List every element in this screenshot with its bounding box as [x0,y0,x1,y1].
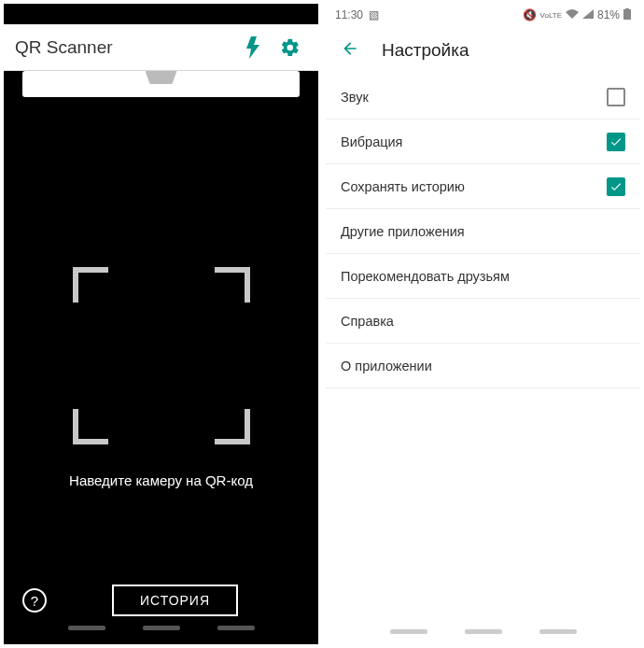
bottom-toolbar: ? ИСТОРИЯ [4,585,318,616]
status-bar [4,4,318,24]
viewfinder-corner [73,267,108,303]
gear-icon[interactable] [273,31,307,64]
info-card[interactable] [22,71,300,97]
help-icon[interactable]: ? [22,588,47,613]
setting-label: Справка [341,314,625,329]
setting-row[interactable]: Звук [326,75,640,120]
mute-icon: 🔇 [523,8,537,21]
app-bar: QR Scanner [4,24,318,71]
nav-recent-icon[interactable] [68,626,105,630]
app-bar: Настройка [326,26,640,75]
setting-row[interactable]: Вибрация [326,120,640,164]
wifi-icon [566,8,579,21]
battery-text: 81% [597,8,620,21]
flash-icon[interactable] [236,31,270,64]
status-icons: 🔇 VoLTE 81% [523,8,631,22]
setting-row[interactable]: Сохранять историю [326,164,640,209]
setting-label: Звук [341,90,607,105]
setting-row[interactable]: Другие приложения [326,209,640,254]
signal-icon [582,8,594,21]
svg-rect-1 [625,8,629,9]
setting-label: Сохранять историю [341,179,607,194]
page-title: Настройка [382,40,469,61]
checkbox[interactable] [607,177,625,196]
qr-viewfinder [73,267,250,444]
setting-label: О приложении [341,359,625,373]
nav-back-icon[interactable] [217,626,255,630]
viewfinder-corner [215,267,250,303]
setting-label: Вибрация [341,134,607,149]
setting-label: Другие приложения [341,224,625,239]
android-navbar [4,626,318,641]
back-arrow-icon[interactable] [341,39,359,62]
status-time: 11:30 [335,8,363,21]
settings-list: ЗвукВибрацияСохранять историюДругие прил… [326,75,640,629]
checkbox[interactable] [607,88,625,106]
viewfinder-corner [73,409,108,444]
setting-row[interactable]: Справка [326,299,640,344]
nav-recent-icon[interactable] [390,629,427,634]
nav-home-icon[interactable] [465,629,502,634]
android-navbar [326,629,640,644]
history-button[interactable]: ИСТОРИЯ [112,585,238,616]
setting-row[interactable]: О приложении [326,344,640,388]
viewfinder-corner [215,409,250,444]
status-bar: 11:30 ▧ 🔇 VoLTE 81% [326,4,640,26]
nav-back-icon[interactable] [539,629,577,634]
svg-rect-2 [624,11,630,19]
app-title: QR Scanner [15,37,232,58]
lte-icon: VoLTE [540,11,562,20]
setting-label: Порекомендовать друзьям [341,269,625,284]
setting-row[interactable]: Порекомендовать друзьям [326,254,640,299]
status-notification-icon: ▧ [369,8,379,21]
hint-text: Наведите камеру на QR-код [4,472,318,488]
qr-scanner-screen: QR Scanner Наведите камеру на QR-код ? И… [4,4,318,644]
checkbox[interactable] [607,133,625,151]
camera-viewport: Наведите камеру на QR-код ? ИСТОРИЯ [4,71,318,644]
nav-home-icon[interactable] [143,626,180,630]
battery-icon [623,8,631,22]
settings-screen: 11:30 ▧ 🔇 VoLTE 81% Настройка ЗвукВибрац… [326,4,640,644]
